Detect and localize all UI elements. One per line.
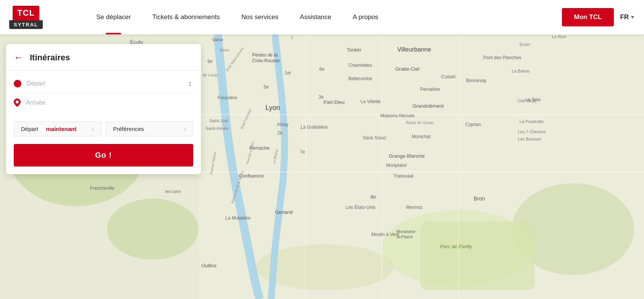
svg-text:Oullins: Oullins (201, 263, 217, 268)
svg-text:Sans Souci: Sans Souci (363, 135, 386, 141)
svg-text:5e: 5e (264, 84, 269, 90)
depart-row[interactable]: Départ ↕ (14, 74, 193, 93)
svg-text:Maisons-Neuves: Maisons-Neuves (380, 113, 414, 118)
svg-text:Bellecombe: Bellecombe (348, 76, 372, 81)
svg-text:Grange Blanche: Grange Blanche (389, 153, 425, 159)
svg-text:Croix-Rousse: Croix-Rousse (252, 58, 280, 63)
language-selector[interactable]: FR ▼ (620, 13, 635, 21)
lang-label: FR (620, 13, 629, 21)
svg-text:Pont des Planches: Pont des Planches (483, 55, 521, 60)
svg-text:Grandclément: Grandclément (413, 103, 444, 109)
back-button[interactable]: ← (14, 52, 24, 63)
arrivee-icon (14, 99, 21, 107)
navbar: TCL SYTRAL Se déplacer Tickets & abonnem… (0, 0, 644, 34)
svg-text:Serin: Serin (220, 48, 230, 52)
svg-rect-7 (199, 34, 644, 299)
swap-button[interactable]: ↕ (187, 78, 193, 89)
svg-point-4 (107, 199, 199, 260)
svg-text:Perralière: Perralière (420, 87, 440, 92)
logo-sytral: SYTRAL (9, 20, 43, 29)
nav-item-se-deplacer[interactable]: Se déplacer (86, 0, 142, 34)
svg-text:Montchat: Montchat (412, 134, 431, 139)
svg-text:Lyon: Lyon (265, 104, 280, 112)
depart-input[interactable]: Départ (27, 80, 45, 87)
preferences-button[interactable]: Préférences › (106, 121, 193, 136)
svg-text:Charmettes: Charmettes (348, 63, 372, 68)
lang-chevron-icon: ▼ (630, 15, 635, 20)
svg-text:8e: 8e (371, 194, 376, 200)
svg-text:Cusset: Cusset (441, 74, 456, 79)
svg-text:Ainay: Ainay (277, 122, 288, 127)
preferences-chevron-icon: › (184, 126, 186, 132)
preferences-label: Préférences (113, 126, 144, 132)
svg-text:Villeurbanne: Villeurbanne (397, 46, 431, 53)
itineraires-panel: ← Itinéraires Départ ↕ Arrivée Départ ma… (6, 44, 201, 174)
svg-text:ìes-Lyon: ìes-Lyon (165, 189, 181, 194)
svg-text:Cyprian: Cyprian (465, 122, 481, 127)
svg-text:Saint-Just: Saint-Just (209, 118, 228, 123)
svg-text:La Mulatière: La Mulatière (225, 215, 251, 221)
nav-item-tickets[interactable]: Tickets & abonnements (142, 0, 231, 34)
svg-text:Ecoin: Ecoin (519, 42, 530, 47)
depart-icon (14, 80, 21, 87)
svg-text:2e: 2e (277, 130, 283, 136)
go-btn-wrap: Go ! (6, 142, 201, 166)
depart-time-button[interactable]: Départ maintenant › (14, 121, 101, 136)
svg-text:6e: 6e (319, 66, 325, 72)
go-button[interactable]: Go ! (14, 144, 193, 166)
nav-links: Se déplacer Tickets & abonnements Nos se… (86, 0, 562, 34)
svg-text:La Rize: La Rize (552, 34, 566, 39)
svg-text:Gratte-Ciel: Gratte-Ciel (395, 66, 419, 72)
svg-text:Les 7 Chemins: Les 7 Chemins (518, 129, 546, 134)
svg-text:Parc de Parilly: Parc de Parilly (440, 244, 472, 249)
svg-text:Monplaisir: Monplaisir (386, 163, 407, 168)
svg-text:de Loup: de Loup (202, 73, 218, 77)
svg-text:Monplaisir-: Monplaisir- (396, 229, 417, 234)
logo-tcl: TCL (13, 6, 39, 20)
svg-text:La Villette: La Villette (361, 99, 381, 104)
svg-text:Cité TASE: Cité TASE (518, 99, 537, 103)
svg-text:Part-Dieu: Part-Dieu (324, 99, 345, 105)
svg-text:Tonkin: Tonkin (347, 47, 361, 53)
svg-text:Francheville: Francheville (90, 186, 115, 191)
nav-item-a-propos[interactable]: A propos (342, 0, 389, 34)
svg-text:Vaise: Vaise (212, 37, 223, 42)
maintenant-label: maintenant (46, 126, 76, 132)
arrivee-input[interactable]: Arrivée (26, 99, 45, 106)
svg-text:Pentes de la: Pentes de la (252, 52, 278, 58)
svg-text:Les États-Unis: Les États-Unis (346, 204, 375, 210)
svg-text:La Balme: La Balme (512, 69, 529, 73)
svg-text:3e: 3e (319, 94, 324, 100)
svg-text:Fourvière: Fourvière (218, 95, 237, 100)
arrivee-row[interactable]: Arrivée (14, 93, 193, 112)
input-section: Départ ↕ Arrivée (6, 71, 201, 116)
nav-item-assistance[interactable]: Assistance (289, 0, 342, 34)
svg-text:Bron: Bron (474, 196, 485, 202)
svg-text:Transvaal: Transvaal (393, 173, 413, 179)
panel-title: Itinéraires (30, 53, 70, 63)
svg-text:Moulin à Vent: Moulin à Vent (371, 232, 399, 237)
svg-text:Gerland: Gerland (275, 209, 293, 215)
logo-area[interactable]: TCL SYTRAL (9, 6, 70, 29)
nav-right: Mon TCL FR ▼ (562, 8, 635, 26)
mon-tcl-button[interactable]: Mon TCL (562, 8, 614, 26)
depart-time-chevron-icon: › (92, 126, 94, 132)
svg-text:7e: 7e (300, 149, 305, 155)
svg-text:Route de Genas: Route de Genas (406, 121, 434, 125)
svg-text:Saint-Irénée: Saint-Irénée (205, 126, 228, 131)
options-row: Départ maintenant › Préférences › (6, 116, 201, 142)
svg-text:9e: 9e (207, 59, 213, 64)
svg-text:1er: 1er (285, 70, 291, 76)
svg-point-82 (16, 100, 19, 103)
svg-text:La Poudrette: La Poudrette (519, 119, 544, 124)
depart-label: Départ (21, 126, 38, 132)
svg-text:Les Brosses: Les Brosses (518, 137, 541, 141)
svg-text:Mermoz: Mermoz (406, 205, 422, 210)
nav-item-nos-services[interactable]: Nos services (231, 0, 289, 34)
sidebar-header: ← Itinéraires (6, 44, 201, 71)
svg-text:La Guillotière: La Guillotière (301, 124, 328, 130)
svg-text:Bonnevay: Bonnevay (466, 78, 486, 83)
